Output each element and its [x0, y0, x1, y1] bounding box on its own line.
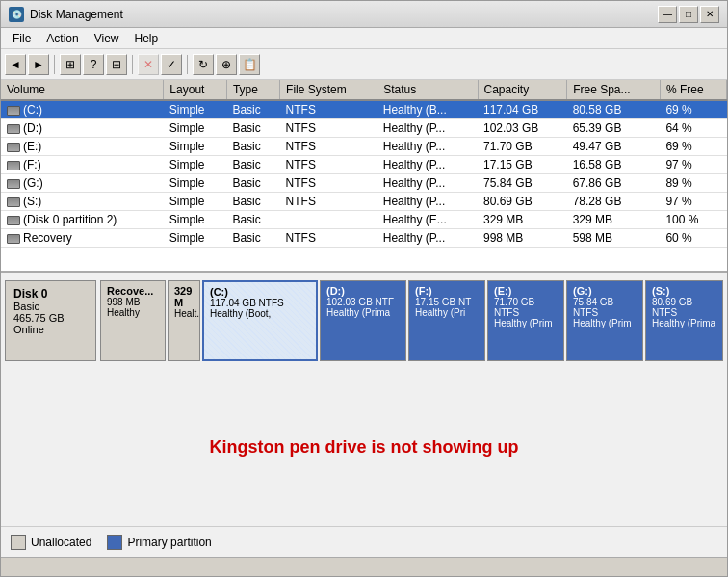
col-layout[interactable]: Layout [164, 80, 227, 100]
partition-s-size: 80.69 GB NTFS [652, 297, 716, 318]
cell-free: 598 MB [567, 229, 661, 248]
cell-layout: Simple [164, 229, 227, 248]
cell-volume: Recovery [1, 229, 164, 248]
partition-recovery-status: Healthy [107, 307, 159, 318]
disk-row-icon [7, 124, 20, 134]
cell-pct: 69 % [660, 100, 726, 119]
cell-type: Basic [226, 193, 279, 211]
table-row[interactable]: (Disk 0 partition 2) Simple Basic Health… [1, 211, 727, 229]
disk-row-icon [7, 143, 20, 152]
cell-fs: NTFS [280, 229, 377, 248]
partition-c[interactable]: (C:) 117.04 GB NTFS Healthy (Boot, [202, 280, 318, 361]
disk-size: 465.75 GB [13, 312, 88, 324]
disk-row-icon [7, 106, 20, 116]
cell-fs: NTFS [280, 193, 377, 211]
legend-bar: Unallocated Primary partition [1, 526, 727, 557]
partition-f[interactable]: (F:) 17.15 GB NT Healthy (Pri [408, 280, 485, 361]
partition-e[interactable]: (E:) 71.70 GB NTFS Healthy (Prim [487, 280, 564, 361]
partition-f-status: Healthy (Pri [415, 307, 479, 318]
menu-action[interactable]: Action [39, 30, 86, 46]
menu-file[interactable]: File [5, 30, 39, 46]
table-header-row: Volume Layout Type File System Status Ca… [1, 80, 727, 100]
partition-d-status: Healthy (Prima [326, 307, 400, 318]
table-row[interactable]: (S:) Simple Basic NTFS Healthy (P... 80.… [1, 193, 727, 211]
cell-free: 67.86 GB [567, 174, 661, 193]
col-status[interactable]: Status [377, 80, 478, 100]
disk-row-icon [7, 216, 20, 225]
toolbar-sep-1 [54, 55, 55, 74]
disk-row-icon [7, 179, 20, 189]
toolbar-forward[interactable]: ► [28, 54, 49, 75]
table-row[interactable]: Recovery Simple Basic NTFS Healthy (P...… [1, 229, 727, 248]
table-row[interactable]: (G:) Simple Basic NTFS Healthy (P... 75.… [1, 174, 727, 193]
table-row[interactable]: (E:) Simple Basic NTFS Healthy (P... 71.… [1, 138, 727, 156]
toolbar-btn-grid[interactable]: ⊞ [60, 54, 81, 75]
cell-layout: Simple [164, 119, 227, 138]
cell-capacity: 71.70 GB [478, 138, 567, 156]
cell-capacity: 117.04 GB [478, 100, 567, 119]
table-row[interactable]: (D:) Simple Basic NTFS Healthy (P... 102… [1, 119, 727, 138]
cell-volume: (Disk 0 partition 2) [1, 211, 164, 229]
cell-capacity: 17.15 GB [478, 156, 567, 174]
col-filesystem[interactable]: File System [280, 80, 377, 100]
toolbar-btn-properties[interactable]: 📋 [239, 54, 260, 75]
toolbar-back[interactable]: ◄ [5, 54, 26, 75]
cell-capacity: 75.84 GB [478, 174, 567, 193]
table-row[interactable]: (C:) Simple Basic NTFS Healthy (B... 117… [1, 100, 727, 119]
partition-unallocated[interactable]: 329 M Healt... [168, 280, 200, 361]
cell-type: Basic [226, 100, 279, 119]
partition-s[interactable]: (S:) 80.69 GB NTFS Healthy (Prima [645, 280, 723, 361]
toolbar-btn-refresh[interactable]: ↻ [193, 54, 214, 75]
partition-recovery-name: Recove... [107, 285, 159, 297]
legend-primary-box [107, 535, 122, 550]
cell-fs: NTFS [280, 156, 377, 174]
cell-volume: (S:) [1, 193, 164, 211]
menu-bar: File Action View Help [1, 28, 727, 49]
cell-type: Basic [226, 211, 279, 229]
legend-unallocated-label: Unallocated [31, 536, 91, 549]
cell-layout: Simple [164, 138, 227, 156]
partition-s-status: Healthy (Prima [652, 318, 716, 328]
cell-volume: (F:) [1, 156, 164, 174]
cell-pct: 89 % [660, 174, 726, 193]
table-panel: Volume Layout Type File System Status Ca… [1, 80, 727, 273]
cell-pct: 69 % [660, 138, 726, 156]
toolbar-sep-3 [187, 55, 188, 74]
toolbar-btn-add[interactable]: ⊕ [216, 54, 237, 75]
col-capacity[interactable]: Capacity [478, 80, 567, 100]
col-volume[interactable]: Volume [1, 80, 164, 100]
cell-free: 65.39 GB [567, 119, 661, 138]
cell-type: Basic [226, 138, 279, 156]
toolbar-btn-minus[interactable]: ⊟ [106, 54, 127, 75]
partition-c-size: 117.04 GB NTFS [210, 298, 310, 308]
menu-help[interactable]: Help [127, 30, 167, 46]
menu-view[interactable]: View [87, 30, 127, 46]
col-type[interactable]: Type [226, 80, 279, 100]
minimize-button[interactable]: — [658, 6, 677, 23]
toolbar-btn-help[interactable]: ? [83, 54, 104, 75]
partition-g-status: Healthy (Prim [573, 318, 637, 328]
col-freespace[interactable]: Free Spa... [567, 80, 661, 100]
cell-fs: NTFS [280, 138, 377, 156]
maximize-button[interactable]: □ [679, 6, 698, 23]
cell-volume: (D:) [1, 119, 164, 138]
col-pctfree[interactable]: % Free [660, 80, 726, 100]
disk-name: Disk 0 [13, 287, 88, 301]
disk-status: Online [13, 324, 88, 335]
close-button[interactable]: ✕ [700, 6, 719, 23]
partition-d[interactable]: (D:) 102.03 GB NTF Healthy (Prima [320, 280, 406, 361]
toolbar-btn-delete[interactable]: ✕ [138, 54, 159, 75]
cell-type: Basic [226, 229, 279, 248]
cell-status: Healthy (B... [377, 100, 478, 119]
cell-volume: (G:) [1, 174, 164, 193]
partitions-container: Recove... 998 MB Healthy 329 M Healt... … [100, 280, 723, 361]
disk-type: Basic [13, 301, 88, 312]
legend-primary-label: Primary partition [127, 536, 211, 549]
partition-g[interactable]: (G:) 75.84 GB NTFS Healthy (Prim [566, 280, 643, 361]
partition-recovery-size: 998 MB [107, 297, 159, 307]
partition-recovery[interactable]: Recove... 998 MB Healthy [100, 280, 166, 361]
toolbar-btn-check[interactable]: ✓ [161, 54, 182, 75]
table-row[interactable]: (F:) Simple Basic NTFS Healthy (P... 17.… [1, 156, 727, 174]
title-bar-buttons: — □ ✕ [658, 6, 719, 23]
cell-status: Healthy (P... [377, 138, 478, 156]
